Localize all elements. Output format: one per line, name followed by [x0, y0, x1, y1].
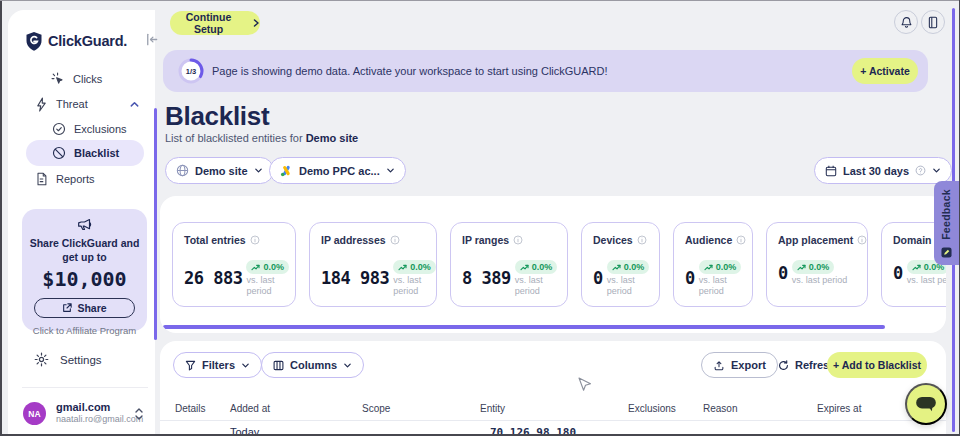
col-header-entity: Entity [480, 403, 505, 414]
speech-bubble-icon [915, 396, 937, 413]
chevron-down-icon [932, 166, 941, 175]
sidebar: ClickGuard. Clicks Threat Exclusions Bla… [8, 10, 155, 436]
setup-progress-ring: 1/3 [178, 58, 204, 84]
col-header-exclusions: Exclusions [628, 403, 676, 414]
stat-card-ip-ranges: IP ranges 8 389 0.0% vs. last period [450, 222, 568, 307]
banner-message: Page is showing demo data. Activate your… [212, 65, 608, 77]
stat-change-badge: 0.0% [699, 260, 742, 274]
sidebar-item-label: Blacklist [74, 147, 119, 159]
chevron-down-icon [241, 361, 250, 370]
stat-vs-label: vs. last period [515, 275, 560, 297]
stat-vs-label: vs. last period [607, 275, 647, 297]
activate-button[interactable]: + Activate [852, 58, 918, 84]
stat-vs-label: vs. last period [246, 275, 289, 297]
trend-up-icon [912, 264, 921, 271]
info-circle-icon[interactable] [390, 235, 400, 245]
app-logo[interactable]: ClickGuard. [25, 30, 145, 52]
sidebar-item-label: Clicks [73, 73, 102, 85]
sidebar-item-blacklist[interactable]: Blacklist [26, 140, 144, 166]
user-email: naatali.ro@gmail.com [56, 414, 143, 424]
bell-icon [900, 16, 913, 29]
changelog-button[interactable] [921, 10, 945, 34]
export-label: Export [731, 359, 766, 371]
columns-button[interactable]: Columns [261, 352, 364, 378]
info-circle-icon[interactable] [513, 235, 523, 245]
share-button[interactable]: Share [34, 298, 135, 318]
col-header-scope: Scope [362, 403, 390, 414]
filters-button[interactable]: Filters [173, 352, 262, 378]
sidebar-item-clicks[interactable]: Clicks [51, 70, 102, 88]
stat-change-badge: 0.0% [792, 260, 835, 274]
date-range-label: Last 30 days [843, 165, 909, 177]
stat-change-value: 0.0% [624, 262, 645, 272]
demo-data-banner: 1/3 Page is showing demo data. Activate … [163, 50, 928, 92]
add-to-blacklist-button[interactable]: + Add to Blacklist [827, 352, 927, 378]
clicks-cursor-icon [51, 72, 65, 86]
stats-cards-row: Total entries 26 883 0.0% vs. last perio… [172, 222, 946, 307]
chat-widget-button[interactable] [905, 383, 947, 425]
user-name: gmail.com [56, 401, 110, 413]
user-account[interactable]: NA gmail.com naatali.ro@gmail.com [23, 401, 148, 429]
stat-change-value: 0.0% [532, 262, 553, 272]
stat-card-ip-addresses: IP addresses 184 983 0.0% vs. last perio… [309, 222, 437, 307]
sidebar-item-threat[interactable]: Threat [35, 95, 140, 113]
feedback-tab[interactable]: Feedback [934, 181, 960, 265]
stat-value: 26 883 [184, 268, 242, 288]
stat-value: 8 389 [462, 268, 511, 288]
page-subtitle-prefix: List of blacklisted entities for [165, 132, 303, 144]
window-border-top [0, 0, 960, 1]
info-circle-icon[interactable] [857, 235, 867, 245]
columns-icon [273, 360, 284, 371]
sidebar-divider [22, 387, 148, 388]
sidebar-scrollbar[interactable] [154, 108, 157, 340]
site-selector-label: Demo site [195, 165, 248, 177]
col-header-details: Details [175, 403, 206, 414]
cards-horizontal-scrollbar[interactable] [163, 325, 885, 329]
stat-value: 184 983 [321, 268, 389, 288]
chevron-right-icon [252, 19, 260, 27]
stat-label: IP ranges [462, 234, 509, 246]
sidebar-collapse-icon[interactable] [144, 32, 159, 47]
info-circle-icon[interactable] [250, 235, 260, 245]
notifications-button[interactable] [894, 10, 918, 34]
globe-icon [176, 164, 189, 177]
info-circle-icon[interactable] [736, 235, 746, 245]
book-icon [927, 16, 939, 29]
help-circle-icon[interactable] [915, 165, 926, 176]
sidebar-item-exclusions[interactable]: Exclusions [52, 120, 127, 138]
site-selector[interactable]: Demo site [165, 157, 274, 184]
chevron-down-icon [386, 166, 395, 175]
continue-setup-button[interactable]: Continue Setup [170, 11, 260, 35]
refresh-icon [778, 360, 789, 371]
export-icon [713, 359, 725, 371]
stat-label: Audience [685, 234, 732, 246]
trend-up-icon [398, 264, 407, 271]
ppc-account-selector[interactable]: Demo PPC ac... [269, 157, 406, 184]
trend-up-icon [612, 264, 621, 271]
stat-card-devices: Devices 0 0.0% vs. last period [581, 222, 660, 307]
stat-change-value: 0.0% [716, 262, 737, 272]
affiliate-link[interactable]: Click to Affiliate Program [22, 325, 147, 336]
chevron-up-icon [129, 99, 140, 110]
page-subtitle: List of blacklisted entities for Demo si… [165, 132, 358, 144]
chevron-down-icon [254, 166, 263, 175]
stats-panel: Total entries 26 883 0.0% vs. last perio… [160, 196, 946, 333]
avatar: NA [23, 402, 46, 425]
stat-change-badge: 0.0% [515, 260, 558, 274]
logo-text: ClickGuard. [48, 33, 127, 49]
sidebar-item-reports[interactable]: Reports [35, 170, 95, 188]
stat-label: Devices [593, 234, 633, 246]
document-icon [35, 172, 48, 186]
date-range-selector[interactable]: Last 30 days [814, 157, 952, 184]
funnel-icon [185, 360, 196, 371]
ppc-account-selector-label: Demo PPC ac... [299, 165, 380, 177]
stat-vs-label: vs. last period [393, 275, 436, 297]
calendar-icon [825, 165, 837, 177]
window-border-left [0, 0, 2, 436]
stat-value: 0 [893, 263, 903, 283]
feedback-form-icon [941, 247, 952, 258]
page-subtitle-target: Demo site [306, 132, 359, 144]
stat-vs-label: vs. last period [792, 275, 848, 286]
info-circle-icon[interactable] [637, 235, 647, 245]
sidebar-item-settings[interactable]: Settings [34, 352, 102, 367]
